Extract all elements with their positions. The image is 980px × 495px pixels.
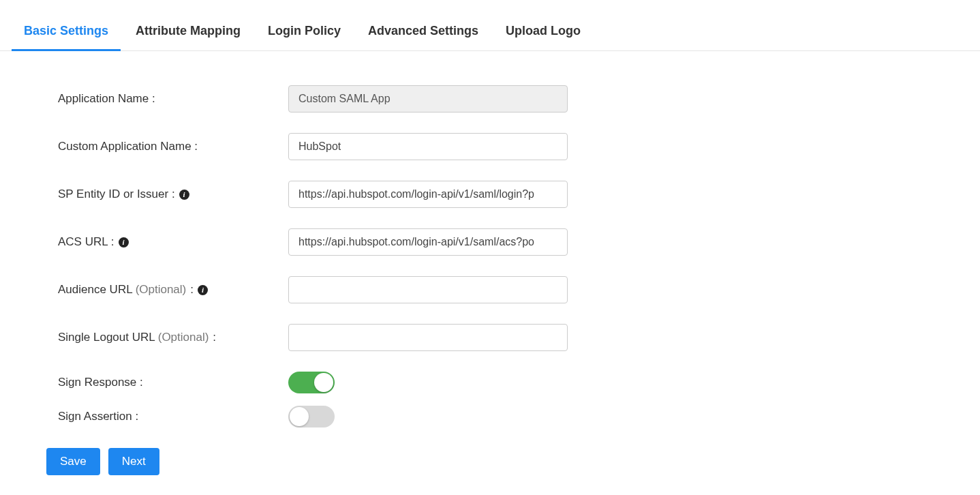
single-logout-url-input[interactable] [288, 324, 568, 351]
toggle-knob [314, 373, 333, 392]
sign-response-toggle[interactable] [288, 372, 335, 393]
label-audience-url-colon: : [190, 283, 194, 297]
tab-upload-logo[interactable]: Upload Logo [506, 24, 581, 50]
form-area: Application Name : Custom Application Na… [58, 85, 980, 427]
tab-attribute-mapping[interactable]: Attribute Mapping [136, 24, 241, 50]
info-icon[interactable]: i [119, 237, 129, 247]
info-icon[interactable]: i [179, 190, 189, 200]
label-optional: (Optional) [136, 283, 187, 297]
label-sp-entity-id: SP Entity ID or Issuer : i [58, 188, 288, 201]
application-name-input [288, 85, 568, 112]
label-single-logout-url-text: Single Logout URL [58, 331, 155, 344]
acs-url-input[interactable] [288, 228, 568, 256]
label-custom-application-name: Custom Application Name : [58, 140, 288, 153]
sign-assertion-toggle[interactable] [288, 406, 335, 427]
label-sp-entity-id-text: SP Entity ID or Issuer : [58, 188, 175, 201]
label-application-name: Application Name : [58, 92, 288, 106]
tab-basic-settings[interactable]: Basic Settings [24, 24, 108, 50]
tabs-bar: Basic Settings Attribute Mapping Login P… [0, 0, 980, 51]
label-single-logout-url-colon: : [213, 331, 216, 344]
label-single-logout-url: Single Logout URL (Optional) : [58, 331, 288, 344]
save-button[interactable]: Save [46, 448, 100, 475]
tab-advanced-settings[interactable]: Advanced Settings [368, 24, 478, 50]
label-audience-url-text: Audience URL [58, 283, 133, 297]
next-button[interactable]: Next [108, 448, 159, 475]
tab-login-policy[interactable]: Login Policy [268, 24, 341, 50]
label-sign-assertion: Sign Assertion : [58, 410, 288, 423]
button-row: Save Next [46, 448, 980, 475]
info-icon[interactable]: i [198, 285, 208, 295]
label-audience-url: Audience URL (Optional) : i [58, 283, 288, 297]
toggle-knob [290, 407, 309, 426]
label-acs-url-text: ACS URL : [58, 235, 114, 249]
label-sign-response: Sign Response : [58, 376, 288, 389]
label-acs-url: ACS URL : i [58, 235, 288, 249]
label-optional: (Optional) [158, 331, 209, 344]
sp-entity-id-input[interactable] [288, 181, 568, 208]
audience-url-input[interactable] [288, 276, 568, 303]
custom-application-name-input[interactable] [288, 133, 568, 160]
